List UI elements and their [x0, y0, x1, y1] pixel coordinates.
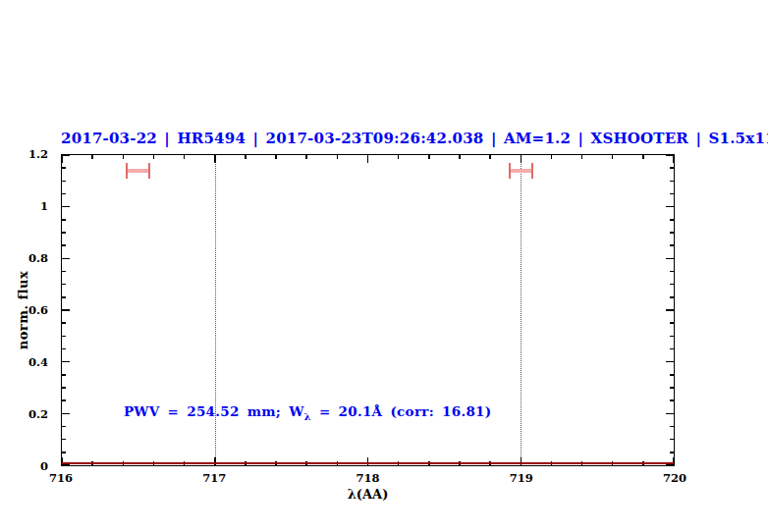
pwv-errorbar: [509, 163, 533, 179]
annotation-lambda-subscript: λ: [304, 410, 311, 421]
y-minor-tick: [670, 167, 674, 169]
y-tick-label: 1: [40, 199, 48, 213]
y-minor-tick: [62, 426, 66, 428]
y-tick-label: 0.2: [28, 407, 48, 421]
y-major-tick: [62, 258, 70, 260]
y-major-tick: [62, 361, 70, 363]
y-minor-tick: [62, 193, 66, 195]
x-axis-label: λ(AA): [61, 487, 675, 502]
x-tick-label: 719: [510, 471, 533, 485]
y-major-tick: [666, 361, 674, 363]
y-minor-tick: [62, 399, 66, 401]
y-minor-tick: [62, 387, 66, 389]
y-major-tick: [666, 309, 674, 311]
x-tick-label: 720: [663, 471, 686, 485]
spectrum-figure: 2017-03-22 | HR5494 | 2017-03-23T09:26:4…: [0, 0, 768, 532]
x-minor-tick: [612, 155, 614, 159]
y-minor-tick: [670, 426, 674, 428]
y-major-tick: [666, 206, 674, 208]
errorbar-hline: [126, 169, 150, 173]
plot-title: 2017-03-22 | HR5494 | 2017-03-23T09:26:4…: [61, 130, 675, 147]
errorbar-right-cap: [148, 163, 150, 179]
plot-area: PWV = 254.52 mm; Wλ = 20.1Å (corr: 16.81…: [61, 154, 675, 466]
y-minor-tick: [62, 452, 66, 453]
y-minor-tick: [670, 232, 674, 234]
y-minor-tick: [670, 348, 674, 350]
y-minor-tick: [670, 193, 674, 195]
y-tick-labels: 00.20.40.60.811.2: [0, 154, 55, 466]
x-minor-tick: [642, 155, 644, 159]
x-minor-tick: [275, 155, 277, 159]
y-minor-tick: [62, 322, 66, 324]
x-major-tick: [214, 155, 216, 163]
errorbar-right-cap: [531, 163, 533, 179]
x-minor-tick: [153, 155, 155, 159]
x-major-tick: [673, 155, 675, 163]
x-minor-tick: [245, 155, 247, 159]
y-minor-tick: [62, 271, 66, 273]
errorbar-left-cap: [509, 163, 511, 179]
pwv-errorbar: [126, 163, 150, 179]
y-major-tick: [62, 309, 70, 311]
y-minor-tick: [670, 374, 674, 376]
y-minor-tick: [670, 322, 674, 324]
y-tick-label: 0: [40, 459, 48, 473]
y-minor-tick: [62, 219, 66, 221]
y-minor-tick: [670, 296, 674, 298]
x-minor-tick: [489, 155, 491, 159]
y-minor-tick: [62, 374, 66, 376]
y-minor-tick: [670, 387, 674, 389]
x-minor-tick: [184, 155, 186, 159]
y-minor-tick: [62, 232, 66, 234]
y-minor-tick: [670, 439, 674, 441]
x-minor-tick: [305, 155, 307, 159]
x-tick-label: 716: [49, 471, 73, 485]
y-major-tick: [62, 413, 70, 415]
errorbar-left-cap: [126, 163, 128, 179]
y-minor-tick: [670, 244, 674, 246]
x-minor-tick: [551, 155, 553, 159]
y-major-tick: [666, 258, 674, 260]
y-tick-label: 0.8: [28, 251, 48, 265]
y-major-tick: [666, 464, 674, 466]
x-minor-tick: [91, 155, 93, 159]
x-tick-label: 718: [356, 471, 379, 485]
y-minor-tick: [62, 284, 66, 286]
y-minor-tick: [670, 181, 674, 183]
y-minor-tick: [670, 452, 674, 453]
y-major-tick: [666, 154, 674, 156]
errorbar-hline: [509, 169, 533, 173]
annotation-text-right: = 20.1Å (corr: 16.81): [311, 403, 492, 419]
x-minor-tick: [459, 155, 461, 159]
x-tick-label: 717: [202, 471, 226, 485]
pwv-annotation: PWV = 254.52 mm; Wλ = 20.1Å (corr: 16.81…: [124, 403, 492, 422]
x-major-tick: [367, 155, 369, 163]
x-minor-tick: [428, 155, 430, 159]
flux-spectrum-line: [62, 462, 674, 464]
x-minor-tick: [398, 155, 400, 159]
reference-vline-719: [521, 155, 521, 465]
reference-vline-717: [215, 155, 216, 465]
x-minor-tick: [581, 155, 583, 159]
y-tick-label: 1.2: [28, 147, 48, 161]
y-minor-tick: [670, 271, 674, 273]
y-major-tick: [62, 154, 70, 156]
y-minor-tick: [62, 296, 66, 298]
y-major-tick: [666, 413, 674, 415]
y-minor-tick: [62, 336, 66, 338]
x-minor-tick: [337, 155, 339, 159]
y-minor-tick: [62, 244, 66, 246]
y-major-tick: [62, 206, 70, 208]
x-major-tick: [521, 155, 522, 163]
y-major-tick: [62, 464, 70, 466]
y-minor-tick: [62, 167, 66, 169]
y-minor-tick: [670, 219, 674, 221]
y-minor-tick: [62, 439, 66, 441]
x-major-tick: [61, 155, 63, 163]
x-tick-labels: 716717718719720: [61, 471, 675, 487]
y-tick-label: 0.6: [28, 303, 48, 317]
y-tick-label: 0.4: [28, 355, 48, 369]
y-minor-tick: [670, 399, 674, 401]
y-minor-tick: [670, 336, 674, 338]
y-minor-tick: [62, 348, 66, 350]
